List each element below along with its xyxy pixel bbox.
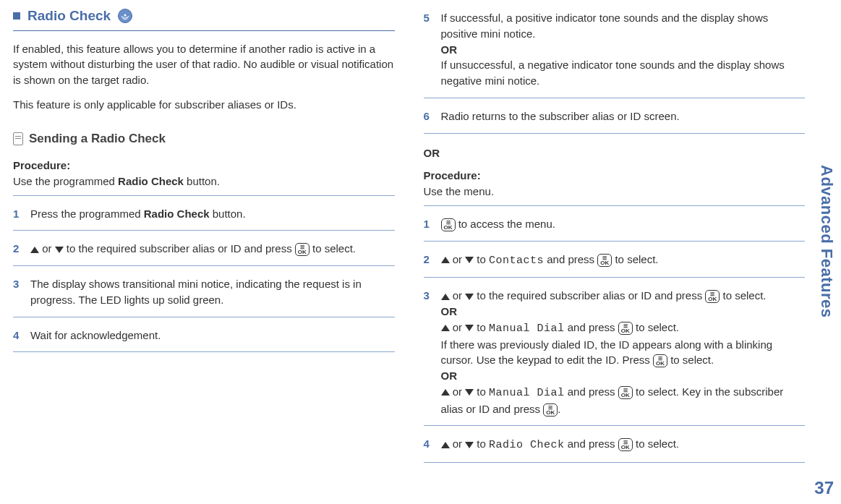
step-number: 5 (424, 10, 434, 89)
step-number: 1 (13, 206, 23, 222)
step-body: Press the programmed Radio Check button. (30, 206, 395, 222)
step-5: 5 If successful, a positive indicator to… (424, 6, 806, 92)
step-body: Wait for acknowledgement. (30, 328, 395, 343)
section-title-row: Radio Check (13, 6, 395, 26)
up-arrow-icon (441, 294, 450, 300)
step-body: The display shows transitional mini noti… (30, 276, 395, 308)
menu-step-4: 4 or to Radio Check and press OK to sele… (424, 432, 806, 456)
step-6: 6 Radio returns to the subscriber alias … (424, 104, 806, 127)
step-divider (424, 425, 806, 426)
up-arrow-icon (441, 442, 450, 448)
step-divider (13, 195, 395, 196)
step-number: 6 (424, 108, 434, 124)
step-body: or to the required subscriber alias or I… (30, 241, 395, 257)
step-body: or to the required subscriber alias or I… (441, 288, 806, 417)
or-separator: OR (424, 145, 806, 161)
ok-button-icon: OK (618, 386, 633, 399)
section-bullet-icon (13, 12, 20, 20)
step-divider (424, 241, 806, 242)
ok-button-icon: OK (543, 403, 558, 417)
up-arrow-icon (441, 389, 450, 396)
ok-button-icon: OK (618, 322, 633, 335)
step-2: 2 or to the required subscriber alias or… (13, 236, 395, 260)
up-arrow-icon (30, 247, 39, 253)
procedure-intro-2: Use the menu. (424, 184, 806, 200)
step-divider (13, 265, 395, 266)
intro-paragraph-2: This feature is only applicable for subs… (13, 97, 395, 113)
procedure-label: Procedure: (13, 158, 395, 174)
left-column: Radio Check If enabled, this feature all… (13, 6, 395, 498)
step-divider (424, 205, 806, 206)
right-column: 5 If successful, a positive indicator to… (424, 6, 806, 498)
step-divider (13, 351, 395, 352)
procedure-label-2: Procedure: (424, 168, 806, 184)
page-number: 37 (814, 478, 834, 498)
step-divider (13, 317, 395, 317)
ok-button-icon: OK (441, 218, 456, 231)
ok-button-icon: OK (705, 290, 720, 303)
ok-button-icon: OK (618, 438, 633, 451)
ok-button-icon: OK (295, 243, 309, 256)
step-divider (424, 98, 806, 98)
step-divider (13, 230, 395, 231)
menu-step-3: 3 or to the required subscriber alias or… (424, 283, 806, 419)
step-number: 2 (13, 241, 23, 257)
intro-paragraph-1: If enabled, this feature allows you to d… (13, 41, 395, 88)
down-arrow-icon (465, 257, 474, 263)
ok-button-icon: OK (597, 254, 612, 267)
step-1: 1 Press the programmed Radio Check butto… (13, 202, 395, 225)
menu-step-1: 1 OK to access the menu. (424, 212, 806, 235)
step-body: or to Contacts and press OK to select. (441, 252, 806, 269)
down-arrow-icon (55, 247, 64, 253)
step-body: If successful, a positive indicator tone… (441, 10, 806, 89)
down-arrow-icon (465, 442, 474, 448)
down-arrow-icon (465, 325, 474, 331)
step-body: OK to access the menu. (441, 216, 806, 232)
step-divider (424, 133, 806, 134)
step-body: Radio returns to the subscriber alias or… (441, 108, 806, 124)
subsection-title: Sending a Radio Check (29, 130, 166, 148)
step-number: 3 (424, 288, 434, 417)
step-number: 3 (13, 276, 23, 308)
step-divider (424, 462, 806, 463)
step-number: 2 (424, 252, 434, 269)
step-4: 4 Wait for acknowledgement. (13, 323, 395, 346)
page-content: Radio Check If enabled, this feature all… (0, 0, 841, 504)
step-number: 4 (13, 328, 23, 343)
section-divider (13, 30, 395, 31)
svg-point-0 (124, 14, 127, 16)
sidebar-label: Advanced Features (817, 165, 836, 317)
menu-step-2: 2 or to Contacts and press OK to select. (424, 247, 806, 272)
step-divider (424, 277, 806, 278)
ok-button-icon: OK (653, 354, 667, 367)
subsection-header: Sending a Radio Check (13, 130, 395, 148)
procedure-icon (13, 132, 23, 145)
step-body: or to Radio Check and press OK to select… (441, 436, 806, 453)
step-number: 4 (424, 436, 434, 453)
section-title: Radio Check (27, 6, 111, 26)
up-arrow-icon (441, 257, 450, 263)
procedure-intro: Use the programmed Radio Check button. (13, 174, 395, 189)
up-arrow-icon (441, 325, 450, 331)
step-3: 3 The display shows transitional mini no… (13, 272, 395, 311)
step-number: 1 (424, 216, 434, 232)
sidebar-tab: Advanced Features (815, 14, 838, 468)
down-arrow-icon (465, 389, 474, 396)
radio-check-icon (118, 9, 132, 23)
down-arrow-icon (465, 294, 474, 300)
